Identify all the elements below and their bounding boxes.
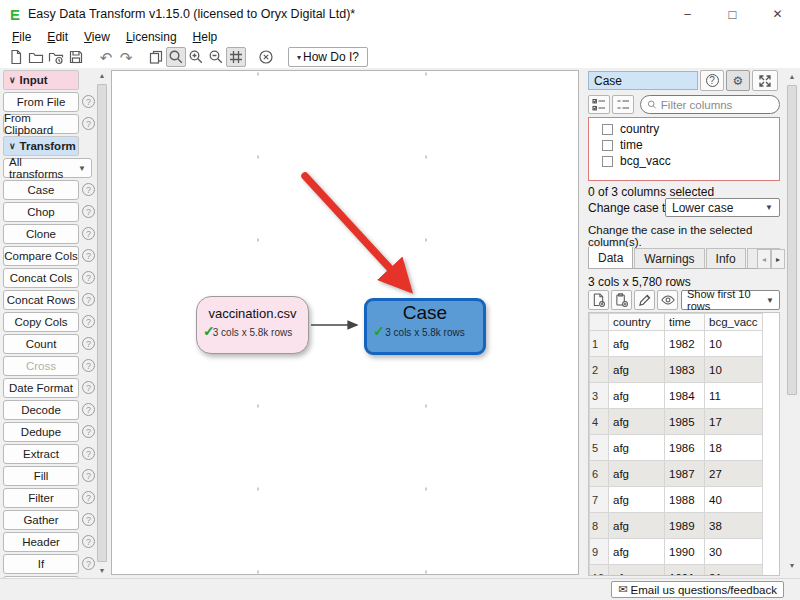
open-recent-icon[interactable] [46, 47, 66, 67]
cell[interactable]: 10 [705, 357, 763, 383]
sidebar-item-case[interactable]: Case [3, 180, 79, 200]
help-icon[interactable]: ? [82, 205, 95, 218]
export-data-icon[interactable] [588, 290, 609, 310]
menu-licensing[interactable]: Licensing [118, 29, 185, 45]
cell[interactable]: afg [609, 435, 665, 461]
sidebar-item-dedupe[interactable]: Dedupe [3, 422, 79, 442]
sidebar-item-concat-rows[interactable]: Concat Rows [3, 290, 79, 310]
column-item-time[interactable]: time [589, 137, 779, 153]
grid-snap-icon[interactable] [226, 47, 246, 67]
tab-warnings[interactable]: Warnings [634, 248, 704, 268]
menu-view[interactable]: View [76, 29, 118, 45]
cell[interactable]: afg [609, 383, 665, 409]
menu-edit[interactable]: Edit [39, 29, 76, 45]
reset-zoom-icon[interactable] [256, 47, 276, 67]
change-case-dropdown[interactable]: Lower case▼ [665, 198, 780, 217]
help-icon[interactable]: ? [82, 183, 95, 196]
help-icon[interactable]: ? [82, 491, 95, 504]
cell[interactable]: 10 [705, 331, 763, 357]
checkbox[interactable] [602, 156, 613, 167]
cell[interactable]: afg [609, 409, 665, 435]
help-icon[interactable]: ? [82, 249, 95, 262]
tab-info[interactable]: Info [706, 248, 746, 268]
sidebar-item-from-clipboard[interactable]: From Clipboard [3, 114, 79, 134]
scroll-up-icon[interactable]: ▲ [786, 73, 798, 80]
scroll-down-icon[interactable]: ▼ [96, 567, 108, 574]
sidebar-scrollbar[interactable]: ▲ ▼ [96, 70, 108, 576]
cell[interactable]: afg [609, 487, 665, 513]
eye-icon[interactable] [657, 290, 678, 310]
edit-pencil-icon[interactable] [634, 290, 655, 310]
help-icon[interactable]: ? [82, 315, 95, 328]
checkbox[interactable] [602, 124, 613, 135]
transform-filter-dropdown[interactable]: All transforms▼ [3, 158, 92, 178]
right-panel-scrollbar[interactable]: ▲ ▼ [786, 70, 798, 572]
sidebar-item-from-file[interactable]: From File [3, 92, 79, 112]
sidebar-item-if[interactable]: If [3, 554, 79, 574]
help-icon[interactable]: ? [82, 425, 95, 438]
cell[interactable]: 1988 [665, 487, 705, 513]
sidebar-item-copy-cols[interactable]: Copy Cols [3, 312, 79, 332]
cell[interactable]: 17 [705, 409, 763, 435]
cell[interactable]: afg [609, 565, 665, 577]
cell[interactable]: afg [609, 539, 665, 565]
input-section-header[interactable]: ∨Input [3, 70, 79, 90]
sidebar-item-decode[interactable]: Decode [3, 400, 79, 420]
cell[interactable]: 38 [705, 513, 763, 539]
column-item-bcg-vacc[interactable]: bcg_vacc [589, 153, 779, 169]
cell[interactable]: 27 [705, 461, 763, 487]
settings-gear-icon[interactable]: ⚙ [726, 70, 750, 91]
cell[interactable]: 1991 [665, 565, 705, 577]
email-feedback-button[interactable]: ✉Email us questions/feedback [611, 581, 784, 598]
sidebar-item-header[interactable]: Header [3, 532, 79, 552]
cell[interactable]: 1983 [665, 357, 705, 383]
cell[interactable]: afg [609, 331, 665, 357]
expand-panel-icon[interactable] [752, 70, 778, 91]
sidebar-item-chop[interactable]: Chop [3, 202, 79, 222]
transform-section-header[interactable]: ∨Transform [3, 136, 79, 156]
new-project-icon[interactable] [6, 47, 26, 67]
cell[interactable]: 30 [705, 539, 763, 565]
sidebar-item-concat-cols[interactable]: Concat Cols [3, 268, 79, 288]
menu-help[interactable]: Help [185, 29, 226, 45]
tab-data[interactable]: Data [588, 247, 633, 268]
scroll-up-icon[interactable]: ▲ [96, 72, 108, 79]
duplicate-icon[interactable] [146, 47, 166, 67]
help-icon[interactable]: ? [82, 469, 95, 482]
minimize-button[interactable]: – [665, 0, 710, 28]
workflow-canvas[interactable]: vaccination.csv 3 cols x 5.8k rows ✓ Cas… [111, 70, 579, 575]
node-vaccination-csv[interactable]: vaccination.csv 3 cols x 5.8k rows ✓ [196, 296, 309, 354]
cell[interactable]: 1985 [665, 409, 705, 435]
scrollbar-thumb[interactable] [787, 85, 797, 395]
help-icon[interactable]: ? [82, 337, 95, 350]
zoom-out-icon[interactable] [206, 47, 226, 67]
cell[interactable]: 11 [705, 383, 763, 409]
undo-icon[interactable]: ↶ [96, 47, 116, 67]
help-icon[interactable]: ? [82, 403, 95, 416]
scrollbar-thumb[interactable] [97, 84, 107, 562]
maximize-button[interactable]: □ [710, 0, 755, 28]
sidebar-item-clone[interactable]: Clone [3, 224, 79, 244]
tab-scroll-left-icon[interactable]: ◂ [757, 249, 771, 269]
help-icon[interactable]: ? [82, 271, 95, 284]
sidebar-item-filter[interactable]: Filter [3, 488, 79, 508]
column-item-country[interactable]: country [589, 121, 779, 137]
help-icon[interactable]: ? [700, 70, 724, 91]
how-do-i-button[interactable]: ▾How Do I? [288, 47, 368, 67]
sidebar-item-fill[interactable]: Fill [3, 466, 79, 486]
cell[interactable]: 21 [705, 565, 763, 577]
help-icon[interactable]: ? [82, 535, 95, 548]
sidebar-item-count[interactable]: Count [3, 334, 79, 354]
sidebar-item-date-format[interactable]: Date Format [3, 378, 79, 398]
cell[interactable]: 1984 [665, 383, 705, 409]
help-icon[interactable]: ? [82, 117, 95, 130]
cell[interactable]: 1990 [665, 539, 705, 565]
select-all-columns-icon[interactable] [588, 95, 610, 114]
cell[interactable]: 18 [705, 435, 763, 461]
copy-data-icon[interactable] [611, 290, 632, 310]
checkbox[interactable] [602, 140, 613, 151]
help-icon[interactable]: ? [82, 293, 95, 306]
cell[interactable]: afg [609, 513, 665, 539]
cell[interactable]: 1987 [665, 461, 705, 487]
cell[interactable]: afg [609, 461, 665, 487]
